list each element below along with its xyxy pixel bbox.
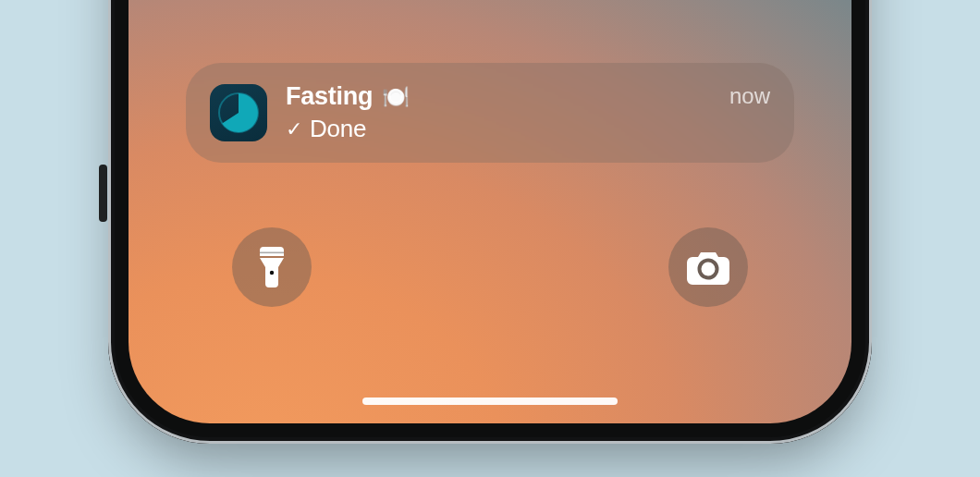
- flashlight-icon: [257, 247, 287, 287]
- check-icon: ✓: [286, 119, 302, 140]
- notification-title-row: Fasting 🍽️: [286, 82, 729, 111]
- svg-point-1: [270, 271, 274, 275]
- notification-text: Fasting 🍽️ ✓ Done: [286, 82, 729, 143]
- pie-timer-icon: [217, 92, 260, 134]
- notification-body-row: ✓ Done: [286, 115, 729, 143]
- app-icon: [210, 84, 267, 141]
- notification-title: Fasting: [286, 82, 373, 111]
- home-indicator[interactable]: [362, 398, 618, 405]
- notification-body: Done: [310, 115, 366, 143]
- notification-timestamp: now: [729, 83, 770, 109]
- camera-button[interactable]: [668, 227, 748, 307]
- flashlight-button[interactable]: [232, 227, 312, 307]
- lock-screen: Fasting 🍽️ ✓ Done now: [129, 0, 851, 423]
- camera-icon: [687, 250, 729, 285]
- phone-frame: Fasting 🍽️ ✓ Done now: [108, 0, 872, 444]
- plate-emoji-icon: 🍽️: [382, 86, 410, 108]
- side-button: [99, 165, 107, 222]
- notification-card[interactable]: Fasting 🍽️ ✓ Done now: [186, 63, 794, 163]
- svg-rect-2: [260, 252, 284, 254]
